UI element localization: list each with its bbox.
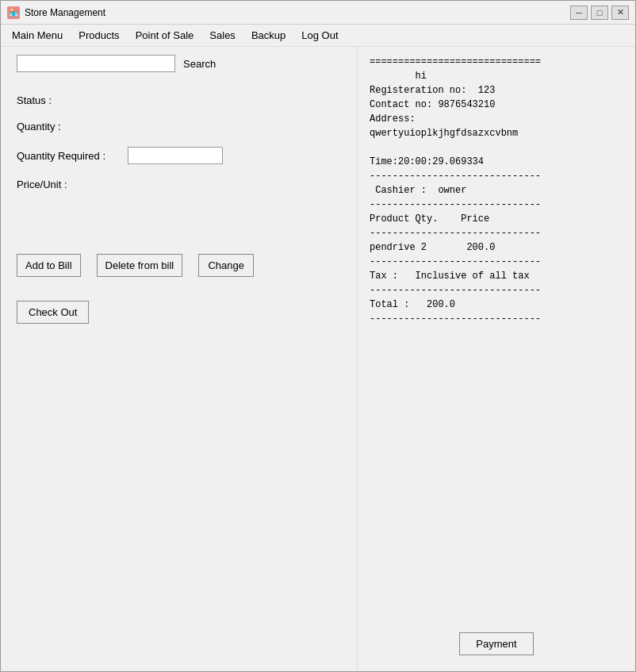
window-title: Store Management xyxy=(25,7,570,18)
menu-main[interactable]: Main Menu xyxy=(4,26,71,44)
quantity-label: Quantity : xyxy=(17,121,128,132)
status-row: Status : xyxy=(17,94,341,106)
main-window: 🏪 Store Management ─ □ ✕ Main Menu Produ… xyxy=(0,0,636,672)
change-button[interactable]: Change xyxy=(198,254,254,277)
search-row: Search xyxy=(17,55,341,72)
qty-required-row: Quantity Required : xyxy=(17,147,341,164)
add-to-bill-button[interactable]: Add to Bill xyxy=(17,254,81,277)
menu-products[interactable]: Products xyxy=(71,26,127,44)
price-unit-row: Price/Unit : xyxy=(17,179,341,190)
menu-pos[interactable]: Point of Sale xyxy=(128,26,202,44)
price-unit-label: Price/Unit : xyxy=(17,179,128,190)
receipt-display: ============================== hi Regist… xyxy=(370,55,623,326)
search-input[interactable] xyxy=(17,55,175,72)
window-controls: ─ □ ✕ xyxy=(570,6,629,20)
search-label: Search xyxy=(183,58,216,70)
qty-required-input[interactable] xyxy=(128,147,223,164)
left-panel: Search Status : Quantity : Quantity Requ… xyxy=(1,47,358,671)
right-panel: ============================== hi Regist… xyxy=(358,47,635,671)
title-bar: 🏪 Store Management ─ □ ✕ xyxy=(1,1,635,25)
app-icon: 🏪 xyxy=(7,6,20,19)
checkout-button[interactable]: Check Out xyxy=(17,301,89,324)
minimize-button[interactable]: ─ xyxy=(570,6,588,20)
payment-button-row: Payment xyxy=(370,632,623,663)
qty-required-label: Quantity Required : xyxy=(17,150,128,162)
status-label: Status : xyxy=(17,94,128,106)
close-button[interactable]: ✕ xyxy=(611,6,629,20)
delete-from-bill-button[interactable]: Delete from bill xyxy=(97,254,183,277)
menu-sales[interactable]: Sales xyxy=(201,26,243,44)
menu-logout[interactable]: Log Out xyxy=(293,26,346,44)
action-buttons: Add to Bill Delete from bill Change xyxy=(17,254,341,277)
payment-button[interactable]: Payment xyxy=(459,632,533,655)
checkout-row: Check Out xyxy=(17,301,341,324)
menu-backup[interactable]: Backup xyxy=(243,26,293,44)
quantity-row: Quantity : xyxy=(17,121,341,132)
maximize-button[interactable]: □ xyxy=(591,6,608,20)
main-content: Search Status : Quantity : Quantity Requ… xyxy=(1,47,635,671)
menu-bar: Main Menu Products Point of Sale Sales B… xyxy=(1,25,635,47)
